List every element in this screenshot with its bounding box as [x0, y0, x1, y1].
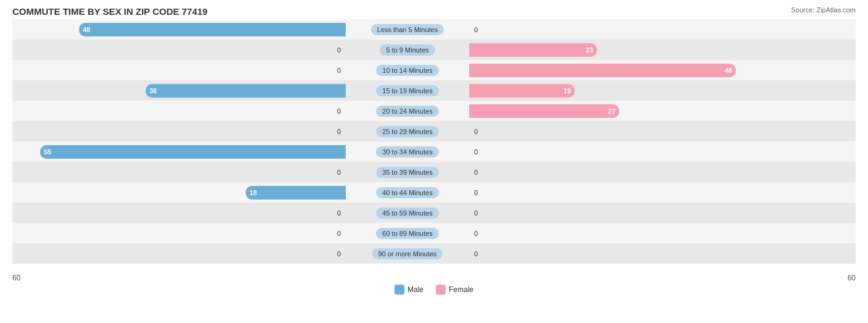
left-section: 48 — [12, 19, 346, 40]
male-bar: 55 — [40, 145, 346, 159]
female-bar: 27 — [469, 104, 619, 118]
male-bar: 36 — [146, 84, 346, 98]
female-value-inside: 23 — [586, 46, 593, 54]
legend-female-label: Female — [449, 285, 474, 294]
female-value: 0 — [474, 230, 478, 237]
chart-source: Source: ZipAtlas.com — [791, 6, 856, 14]
bar-label: 5 to 9 Minutes — [380, 44, 435, 56]
male-value: 0 — [337, 169, 341, 176]
female-value: 0 — [474, 128, 478, 135]
bar-row: 025 to 29 Minutes0 — [12, 121, 856, 141]
left-section: 0 — [12, 60, 346, 80]
male-value-inside: 48 — [83, 26, 90, 33]
axis-right: 60 — [848, 274, 856, 282]
label-section: 30 to 34 Minutes — [346, 141, 469, 162]
label-section: 15 to 19 Minutes — [346, 80, 469, 101]
bar-row: 5530 to 34 Minutes0 — [12, 141, 856, 162]
label-section: 35 to 39 Minutes — [346, 162, 469, 182]
male-value: 0 — [337, 107, 341, 115]
bar-label: 20 to 24 Minutes — [376, 106, 438, 117]
left-section: 0 — [12, 203, 346, 223]
left-section: 0 — [12, 243, 346, 264]
female-bar: 19 — [469, 84, 575, 98]
bar-label: 60 to 89 Minutes — [376, 228, 438, 239]
right-section: 0 — [469, 162, 803, 182]
label-section: Less than 5 Minutes — [346, 19, 469, 40]
label-section: 25 to 29 Minutes — [346, 121, 469, 141]
male-value-inside: 55 — [44, 148, 51, 156]
male-bar: 48 — [79, 23, 346, 36]
left-section: 0 — [12, 223, 346, 243]
female-value-inside: 48 — [725, 67, 732, 74]
label-section: 10 to 14 Minutes — [346, 60, 469, 80]
bar-row: 060 to 89 Minutes0 — [12, 223, 856, 243]
bar-label: Less than 5 Minutes — [371, 24, 444, 35]
male-value: 0 — [337, 209, 341, 217]
bar-label: 40 to 44 Minutes — [376, 187, 438, 198]
male-value: 0 — [337, 250, 341, 258]
right-section: 0 — [469, 223, 803, 243]
legend: Male Female — [12, 285, 856, 295]
left-section: 55 — [12, 141, 346, 162]
female-value: 0 — [474, 148, 478, 156]
right-section: 0 — [469, 182, 803, 203]
legend-male-label: Male — [407, 285, 424, 294]
bar-label: 10 to 14 Minutes — [376, 65, 438, 76]
right-section: 23 — [469, 40, 803, 60]
left-section: 18 — [12, 182, 346, 203]
bar-label: 15 to 19 Minutes — [376, 85, 438, 96]
legend-male-box — [394, 285, 404, 295]
female-value-inside: 27 — [608, 107, 616, 115]
bar-row: 090 or more Minutes0 — [12, 243, 856, 264]
male-value: 0 — [337, 67, 341, 74]
bar-row: 05 to 9 Minutes23 — [12, 40, 856, 60]
legend-female: Female — [436, 285, 474, 295]
bar-row: 035 to 39 Minutes0 — [12, 162, 856, 182]
bar-row: 010 to 14 Minutes48 — [12, 60, 856, 80]
bar-row: 48Less than 5 Minutes0 — [12, 19, 856, 40]
left-section: 0 — [12, 121, 346, 141]
right-section: 0 — [469, 141, 803, 162]
chart-area: 48Less than 5 Minutes005 to 9 Minutes230… — [12, 19, 856, 272]
right-section: 0 — [469, 243, 803, 264]
female-bar: 48 — [469, 64, 736, 77]
male-bar: 18 — [246, 186, 346, 199]
label-section: 20 to 24 Minutes — [346, 101, 469, 121]
right-section: 19 — [469, 80, 803, 101]
label-section: 90 or more Minutes — [346, 243, 469, 264]
left-section: 0 — [12, 101, 346, 121]
male-value: 0 — [337, 230, 341, 237]
right-section: 27 — [469, 101, 803, 121]
bar-label: 90 or more Minutes — [372, 248, 443, 259]
label-section: 45 to 59 Minutes — [346, 203, 469, 223]
legend-female-box — [436, 285, 446, 295]
female-bar: 23 — [469, 43, 597, 57]
female-value: 0 — [474, 169, 478, 176]
male-value: 0 — [337, 128, 341, 135]
chart-container: COMMUTE TIME BY SEX IN ZIP CODE 77419 So… — [0, 0, 868, 323]
chart-title: COMMUTE TIME BY SEX IN ZIP CODE 77419 — [12, 6, 856, 17]
female-value: 0 — [474, 250, 478, 258]
right-section: 0 — [469, 19, 803, 40]
bar-label: 30 to 34 Minutes — [376, 146, 438, 157]
axis-labels: 60 60 — [12, 274, 856, 282]
bar-row: 020 to 24 Minutes27 — [12, 101, 856, 121]
label-section: 40 to 44 Minutes — [346, 182, 469, 203]
right-section: 0 — [469, 121, 803, 141]
bar-label: 35 to 39 Minutes — [376, 167, 438, 178]
bar-row: 3615 to 19 Minutes19 — [12, 80, 856, 101]
bar-label: 45 to 59 Minutes — [376, 208, 438, 219]
left-section: 0 — [12, 162, 346, 182]
label-section: 5 to 9 Minutes — [346, 40, 469, 60]
female-value: 0 — [474, 209, 478, 217]
bar-row: 045 to 59 Minutes0 — [12, 203, 856, 223]
female-value: 0 — [474, 26, 478, 33]
male-value-inside: 36 — [149, 87, 157, 94]
female-value-inside: 19 — [564, 87, 571, 94]
legend-male: Male — [394, 285, 424, 295]
right-section: 0 — [469, 203, 803, 223]
label-section: 60 to 89 Minutes — [346, 223, 469, 243]
male-value-inside: 18 — [249, 189, 257, 196]
male-value: 0 — [337, 46, 341, 54]
axis-left: 60 — [12, 274, 20, 282]
